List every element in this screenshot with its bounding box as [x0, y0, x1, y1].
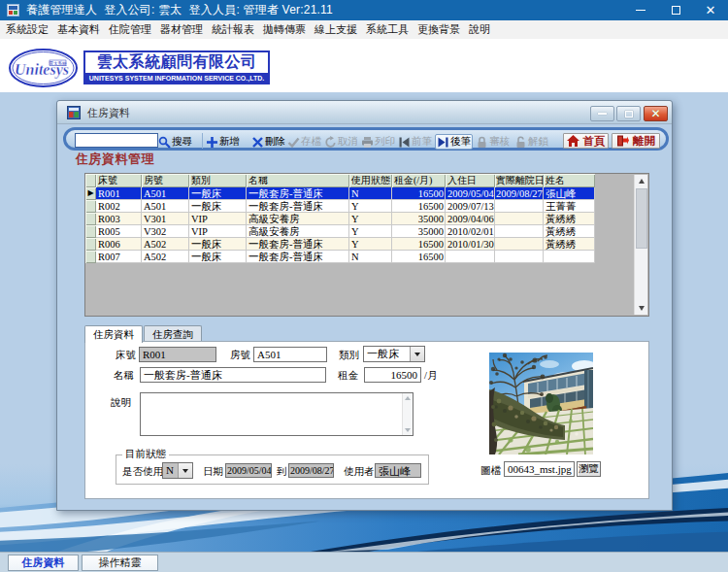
cell-rent[interactable]: 35000: [392, 225, 446, 238]
name-field[interactable]: 一般套房-普通床: [140, 367, 326, 383]
cell-person[interactable]: [544, 251, 595, 263]
window-maximize-button[interactable]: [616, 106, 641, 121]
cell-name[interactable]: 一般套房-普通床: [247, 238, 349, 251]
tab-room-query[interactable]: 住房查詢: [144, 325, 202, 342]
column-header[interactable]: 姓名: [544, 174, 595, 187]
cell-checkin[interactable]: 2009/07/13: [446, 200, 495, 213]
menu-item-system-settings[interactable]: 系統設定: [3, 22, 51, 37]
cell-checkout[interactable]: [495, 225, 544, 238]
menu-item-online-support[interactable]: 線上支援: [312, 22, 360, 37]
cell-checkin[interactable]: [446, 251, 495, 263]
save-button[interactable]: 存檔: [287, 134, 321, 150]
menu-item-vouchers[interactable]: 拋轉傳票: [260, 22, 309, 37]
column-header[interactable]: 實際離院日: [495, 174, 544, 187]
cancel-button[interactable]: 取消: [324, 134, 358, 150]
memo-textarea[interactable]: [140, 392, 414, 436]
menu-item-change-background[interactable]: 更換背景: [414, 22, 463, 37]
cell-bed[interactable]: R006: [96, 238, 142, 251]
menu-item-system-tools[interactable]: 系統工具: [363, 22, 412, 37]
grid-row[interactable]: R002 A501 一般床 一般套房-普通床 Y 16500 2009/07/1…: [85, 200, 648, 213]
cell-checkout[interactable]: 2009/08/27: [495, 187, 544, 200]
cell-inuse[interactable]: Y: [349, 225, 392, 238]
search-button[interactable]: 搜尋: [158, 134, 192, 150]
cell-bed[interactable]: R002: [96, 200, 142, 213]
column-header[interactable]: 使用狀態: [349, 174, 392, 187]
menu-item-admission[interactable]: 住院管理: [106, 22, 154, 37]
cell-inuse[interactable]: N: [349, 251, 392, 263]
menu-item-basic-data[interactable]: 基本資料: [54, 22, 103, 37]
cell-person[interactable]: 王菁菁: [544, 200, 595, 213]
audit-button[interactable]: 審核: [476, 134, 510, 150]
cell-bed[interactable]: R003: [96, 213, 142, 225]
column-header[interactable]: 名稱: [247, 174, 349, 187]
cell-type[interactable]: 一般床: [189, 238, 247, 251]
scroll-down-button[interactable]: [635, 302, 648, 315]
cell-rent[interactable]: 16500: [392, 251, 446, 263]
column-header[interactable]: 租金(/月): [392, 174, 446, 187]
cell-type[interactable]: 一般床: [189, 251, 247, 263]
next-record-button[interactable]: 後筆: [435, 134, 473, 150]
cell-room[interactable]: A502: [142, 251, 189, 263]
cell-name[interactable]: 一般套房-普通床: [247, 187, 349, 200]
dropdown-button[interactable]: [410, 347, 424, 361]
cell-name[interactable]: 一般套房-普通床: [247, 251, 349, 263]
cell-person[interactable]: 黃綉綉: [544, 238, 595, 251]
cell-room[interactable]: V301: [142, 213, 189, 225]
column-header[interactable]: 入住日: [446, 174, 495, 187]
cell-checkout[interactable]: [495, 200, 544, 213]
scroll-down-button[interactable]: [403, 425, 413, 435]
cell-rent[interactable]: 16500: [392, 187, 446, 200]
grid-row[interactable]: R006 A502 一般床 一般套房-普通床 Y 16500 2010/01/3…: [85, 238, 648, 251]
type-combobox[interactable]: 一般床: [363, 346, 425, 362]
cell-inuse[interactable]: Y: [349, 200, 392, 213]
cell-type[interactable]: VIP: [189, 225, 247, 238]
print-button[interactable]: 列印: [361, 134, 395, 150]
os-maximize-button[interactable]: [658, 0, 693, 20]
window-close-button[interactable]: ✕: [644, 106, 668, 121]
rent-field[interactable]: 16500: [364, 367, 421, 383]
cell-name[interactable]: 高級安養房: [247, 213, 349, 225]
menu-item-equipment[interactable]: 器材管理: [157, 22, 206, 37]
cell-name[interactable]: 高級安養房: [247, 225, 349, 238]
cell-type[interactable]: 一般床: [189, 187, 247, 200]
grid-row-selected[interactable]: ▶ R001 A501 一般床 一般套房-普通床 N 16500 2009/05…: [85, 187, 648, 200]
cell-type[interactable]: VIP: [189, 213, 247, 225]
column-header[interactable]: 床號: [96, 174, 142, 187]
cell-rent[interactable]: 16500: [392, 238, 446, 251]
cell-rent[interactable]: 35000: [392, 213, 446, 225]
cell-checkout[interactable]: [495, 251, 544, 263]
previous-record-button[interactable]: 前筆: [398, 134, 432, 150]
column-header[interactable]: 房號: [142, 174, 189, 187]
cell-inuse[interactable]: Y: [349, 213, 392, 225]
inuse-combobox[interactable]: N: [162, 462, 193, 479]
exit-button[interactable]: 離開: [612, 133, 660, 149]
scroll-up-button[interactable]: [403, 393, 413, 403]
unlock-button[interactable]: 解鎖: [514, 134, 548, 150]
cell-room[interactable]: A502: [142, 238, 189, 251]
image-file-field[interactable]: 00643_mst.jpg: [504, 461, 575, 477]
cell-checkout[interactable]: [495, 213, 544, 225]
grid-row[interactable]: R005 V302 VIP 高級安養房 Y 35000 2010/02/01 黃…: [85, 225, 648, 238]
cell-rent[interactable]: 16500: [392, 200, 446, 213]
cell-inuse[interactable]: N: [349, 187, 392, 200]
memo-scrollbar[interactable]: [402, 393, 413, 435]
window-minimize-button[interactable]: [590, 106, 614, 121]
cell-checkin[interactable]: 2010/01/30: [446, 238, 495, 251]
taskbar-tab-wizard[interactable]: 操作精靈: [82, 555, 158, 571]
cell-room[interactable]: A501: [142, 200, 189, 213]
column-header[interactable]: 類別: [189, 174, 247, 187]
cell-bed[interactable]: R001: [96, 187, 142, 200]
cell-checkin[interactable]: 2009/05/04: [446, 187, 495, 200]
menu-item-reports[interactable]: 統計報表: [209, 22, 257, 37]
cell-bed[interactable]: R005: [96, 225, 142, 238]
cell-checkin[interactable]: 2009/04/06: [446, 213, 495, 225]
grid-row[interactable]: R007 A502 一般床 一般套房-普通床 N 16500: [85, 251, 648, 263]
add-button[interactable]: 新增: [206, 134, 240, 150]
home-button[interactable]: 首頁: [563, 133, 609, 149]
os-close-button[interactable]: ✕: [693, 0, 728, 20]
scrollbar-thumb[interactable]: [636, 188, 647, 249]
cell-room[interactable]: A501: [142, 187, 189, 200]
cell-checkin[interactable]: 2010/02/01: [446, 225, 495, 238]
browse-button[interactable]: 瀏覽: [577, 461, 601, 477]
cell-bed[interactable]: R007: [96, 251, 142, 263]
